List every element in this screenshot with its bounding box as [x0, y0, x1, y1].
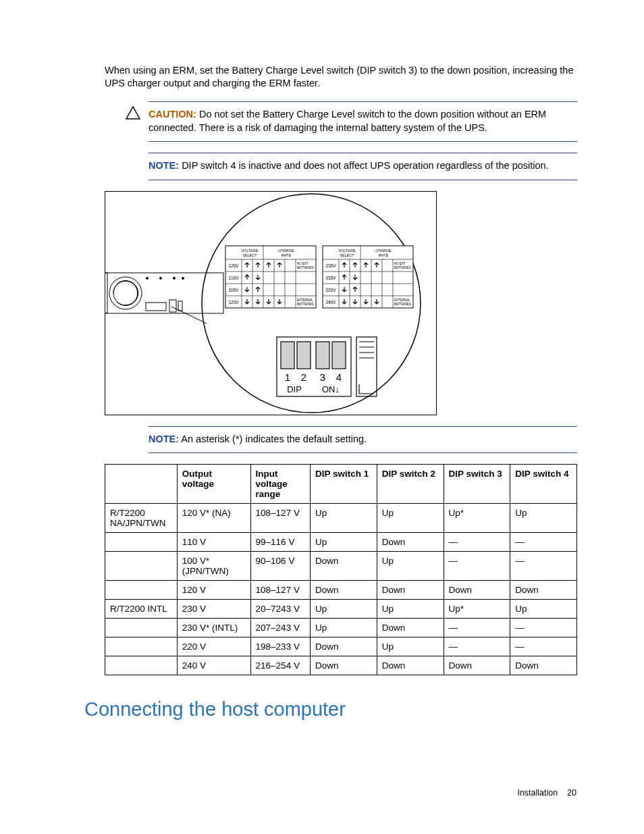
- svg-text:4: 4: [336, 371, 342, 383]
- table-cell: R/T2200 NA/JPN/TWN: [105, 503, 178, 532]
- table-cell: Up: [311, 532, 377, 551]
- svg-point-5: [146, 277, 149, 279]
- th-dip2: DIP switch 2: [377, 464, 444, 503]
- table-cell: Down: [510, 656, 577, 675]
- table-cell: 110 V: [177, 532, 250, 551]
- table-cell: Up: [510, 599, 577, 618]
- table-cell: Down: [377, 656, 444, 675]
- table-cell: [105, 637, 178, 656]
- table-row: 230 V* (INTL)207–243 VUpDown——: [105, 618, 577, 637]
- table-cell: R/T2200 INTL: [105, 599, 178, 618]
- footer-section: Installation: [517, 788, 558, 798]
- svg-text:BATTERIES: BATTERIES: [394, 303, 411, 306]
- table-cell: —: [510, 532, 577, 551]
- th-output-voltage: Output voltage: [177, 464, 250, 503]
- table-cell: 120 V: [177, 580, 250, 599]
- table-cell: 216–254 V: [250, 656, 311, 675]
- table-cell: 100 V* (JPN/TWN): [177, 551, 250, 580]
- table-cell: 90–106 V: [250, 551, 311, 580]
- th-dip1: DIP switch 1: [311, 464, 377, 503]
- table-cell: —: [444, 637, 510, 656]
- svg-rect-10: [146, 303, 166, 311]
- table-cell: 108–127 V: [250, 580, 311, 599]
- th-dip4: DIP switch 4: [510, 464, 577, 503]
- caution-text: Do not set the Battery Charge Level swit…: [149, 109, 546, 133]
- caution-callout: CAUTION: Do not set the Battery Charge L…: [149, 101, 577, 142]
- section-heading: Connecting the host computer: [84, 698, 577, 721]
- svg-text:1: 1: [285, 371, 290, 383]
- svg-rect-12: [178, 301, 182, 311]
- note2-label: NOTE:: [149, 434, 179, 444]
- footer-page-number: 20: [567, 788, 576, 798]
- svg-rect-64: [297, 342, 311, 369]
- table-row: R/T2200 NA/JPN/TWN120 V* (NA)108–127 VUp…: [105, 503, 577, 532]
- table-cell: Down: [311, 551, 377, 580]
- table-cell: Down: [377, 532, 444, 551]
- table-cell: Up: [311, 503, 377, 532]
- svg-text:BATTERIES: BATTERIES: [297, 266, 314, 269]
- svg-rect-11: [169, 300, 176, 312]
- svg-text:120V: 120V: [228, 263, 239, 268]
- table-cell: Up*: [444, 599, 510, 618]
- svg-text:VOLTAGE: VOLTAGE: [338, 249, 355, 253]
- table-cell: Up: [510, 503, 577, 532]
- svg-text:3: 3: [320, 371, 325, 383]
- svg-text:DIP: DIP: [287, 384, 302, 394]
- table-header-row: Output voltage Input voltage range DIP s…: [105, 464, 577, 503]
- svg-text:NO EXT: NO EXT: [394, 262, 406, 265]
- table-cell: Up: [377, 503, 444, 532]
- table-cell: —: [510, 618, 577, 637]
- table-cell: Down: [510, 580, 577, 599]
- svg-text:RATE: RATE: [281, 253, 292, 257]
- svg-rect-66: [332, 342, 346, 369]
- table-row: 220 V198–233 VDownUp——: [105, 637, 577, 656]
- table-cell: [105, 551, 178, 580]
- intro-paragraph: When using an ERM, set the Battery Charg…: [105, 64, 577, 90]
- svg-line-13: [171, 307, 207, 323]
- dip-switch-diagram: VOLTAGESELECTCHARGERATE120VNO EXTBATTERI…: [105, 191, 437, 415]
- table-cell: —: [510, 551, 577, 580]
- table-cell: [105, 532, 178, 551]
- table-row: 100 V* (JPN/TWN)90–106 VDownUp——: [105, 551, 577, 580]
- svg-point-8: [182, 277, 184, 279]
- svg-text:240V: 240V: [325, 300, 336, 305]
- svg-text:SELECT: SELECT: [340, 253, 354, 257]
- table-cell: Up: [377, 599, 444, 618]
- table-cell: 120 V* (NA): [177, 503, 250, 532]
- table-cell: 99–116 V: [250, 532, 311, 551]
- svg-text:100V: 100V: [228, 288, 239, 292]
- svg-point-7: [173, 277, 176, 279]
- svg-text:NO EXT: NO EXT: [297, 262, 308, 265]
- table-cell: [105, 656, 178, 675]
- svg-text:CHARGE: CHARGE: [375, 249, 392, 253]
- svg-text:SELECT: SELECT: [242, 253, 257, 257]
- table-cell: 198–233 V: [250, 637, 311, 656]
- table-cell: Up: [311, 599, 377, 618]
- table-cell: Down: [444, 580, 510, 599]
- table-cell: 230 V: [177, 599, 250, 618]
- table-cell: 220 V: [177, 637, 250, 656]
- table-row: 240 V216–254 VDownDownDownDown: [105, 656, 577, 675]
- table-cell: Down: [444, 656, 510, 675]
- table-cell: [105, 618, 178, 637]
- page-content: When using an ERM, set the Battery Charg…: [105, 54, 577, 721]
- note1-text: DIP switch 4 is inactive and does not af…: [182, 160, 549, 171]
- table-cell: 20–7243 V: [250, 599, 311, 618]
- page-footer: Installation 20: [517, 788, 576, 798]
- table-cell: —: [510, 637, 577, 656]
- note2-text: An asterisk (*) indicates the default se…: [181, 434, 367, 444]
- th-dip3: DIP switch 3: [444, 464, 510, 503]
- table-cell: 207–243 V: [250, 618, 311, 637]
- table-cell: 240 V: [177, 656, 250, 675]
- table-cell: —: [444, 618, 510, 637]
- svg-text:110V: 110V: [228, 276, 239, 280]
- svg-text:2: 2: [301, 371, 306, 383]
- th-input-range: Input voltage range: [250, 464, 311, 503]
- note1-label: NOTE:: [149, 160, 179, 171]
- svg-text:230V: 230V: [325, 263, 336, 268]
- table-row: R/T2200 INTL230 V20–7243 VUpUpUp*Up: [105, 599, 577, 618]
- caution-icon: [126, 106, 140, 120]
- table-cell: Down: [311, 637, 377, 656]
- svg-text:EXTERNAL: EXTERNAL: [394, 298, 410, 302]
- svg-text:BATTERIES: BATTERIES: [394, 266, 411, 269]
